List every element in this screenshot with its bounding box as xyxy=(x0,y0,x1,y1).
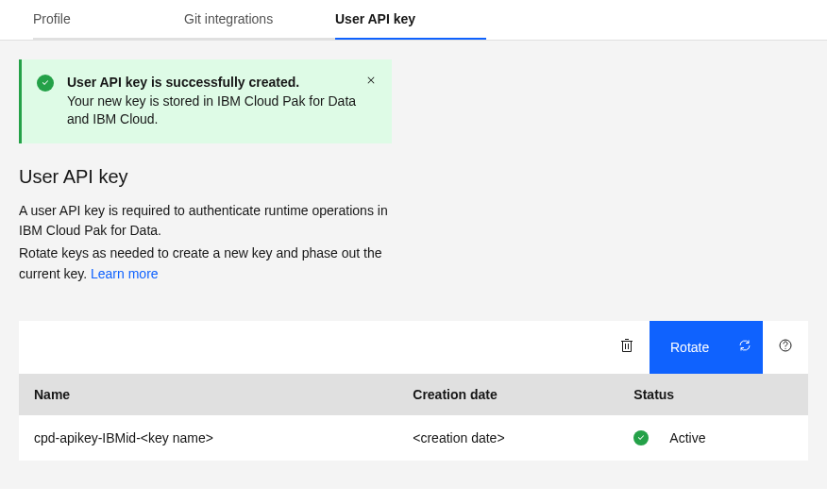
rotate-label: Rotate xyxy=(670,340,709,355)
description-line-2: Rotate keys as needed to create a new ke… xyxy=(19,244,406,284)
cell-status: Active xyxy=(618,415,808,461)
col-header-name: Name xyxy=(19,374,397,415)
notification-text: Your new key is stored in IBM Cloud Pak … xyxy=(67,93,356,127)
close-icon[interactable] xyxy=(362,71,380,90)
rotate-icon xyxy=(737,338,752,356)
table-header-row: Name Creation date Status xyxy=(19,374,808,415)
description-line-1: A user API key is required to authentica… xyxy=(19,201,406,242)
tab-user-api-key[interactable]: User API key xyxy=(335,0,486,40)
api-key-table: Name Creation date Status cpd-apikey-IBM… xyxy=(19,374,808,461)
table-row: cpd-apikey-IBMid-<key name> <creation da… xyxy=(19,415,808,461)
page-description: A user API key is required to authentica… xyxy=(19,201,406,285)
tab-profile[interactable]: Profile xyxy=(33,0,184,40)
rotate-button[interactable]: Rotate xyxy=(650,321,763,374)
checkmark-filled-icon xyxy=(633,430,649,445)
tabs: Profile Git integrations User API key xyxy=(0,0,827,41)
table-toolbar: Rotate xyxy=(19,321,808,374)
page-title: User API key xyxy=(19,166,808,188)
learn-more-link[interactable]: Learn more xyxy=(91,266,159,281)
col-header-date: Creation date xyxy=(397,374,618,415)
notification-body: User API key is successfully created. Yo… xyxy=(67,74,377,129)
help-icon xyxy=(778,338,793,356)
col-header-status: Status xyxy=(618,374,808,415)
status-text: Active xyxy=(669,430,705,445)
api-key-table-section: Rotate Name Creation date Status xyxy=(19,321,808,461)
content: User API key is successfully created. Yo… xyxy=(0,41,827,489)
checkmark-filled-icon xyxy=(37,75,54,92)
cell-date: <creation date> xyxy=(397,415,618,461)
trash-icon xyxy=(619,338,634,356)
success-notification: User API key is successfully created. Yo… xyxy=(19,59,392,143)
tab-git-integrations[interactable]: Git integrations xyxy=(184,0,335,40)
cell-name: cpd-apikey-IBMid-<key name> xyxy=(19,415,397,461)
help-button[interactable] xyxy=(763,321,808,374)
notification-title: User API key is successfully created. xyxy=(67,75,299,90)
delete-button[interactable] xyxy=(604,321,650,374)
